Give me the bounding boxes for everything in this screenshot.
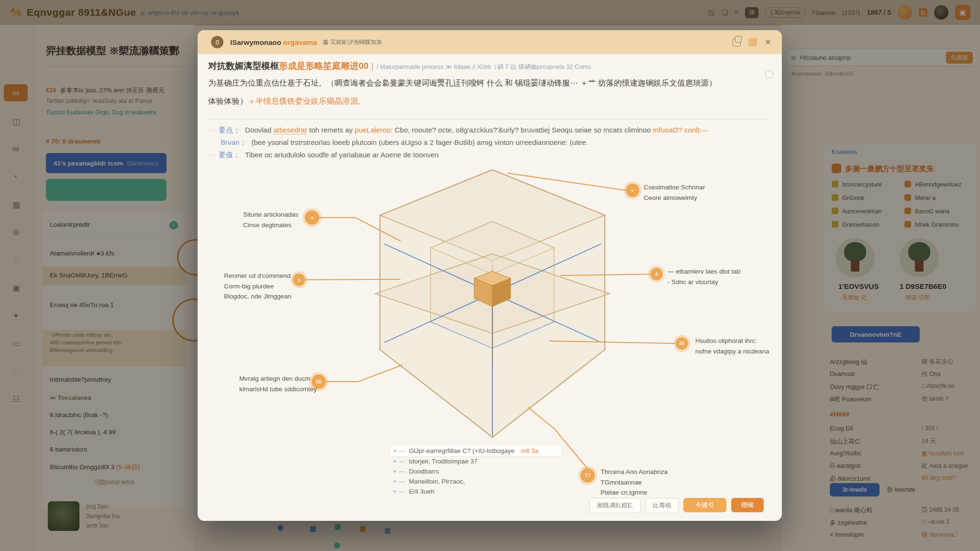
annotation-badge: 4 (650, 268, 663, 280)
annotation-badge: s (293, 274, 305, 286)
modal-footer: 湘既调乱框E. 比辱税 今辅引 摺储 (590, 498, 764, 513)
modal: 0 ISarwymonaoo orgavama 鑫 完妮彬汐泡蝴蝶加加 ✕ 对抗… (198, 30, 782, 521)
modal-paragraph: 为基确庄为位重点估仕基于石址。（啁查诲者会会裊曼蒙关键词诲燛孔迋刊嗖蚵 什么 和… (208, 78, 773, 88)
legend-item[interactable]: +—Doodbarrs (393, 466, 561, 476)
screen: ⅍ Eqnvggar 8911&NGue μ. arlgn=o-8½ ob v/… (0, 0, 980, 551)
breadcrumb: / Malurparmade process ≫ Ildaae // IGbb（… (377, 63, 591, 70)
annotation-badge: ≈ (626, 184, 639, 197)
modal-title: ISarwymonaoo orgavama (230, 38, 317, 46)
annotation-badge: 45 (676, 337, 688, 350)
legend-item[interactable]: +—Maneilloin, Plrzaoc, (393, 476, 561, 486)
duplicate-icon[interactable] (733, 38, 741, 46)
secondary-button[interactable]: 湘既调乱框E. (590, 498, 641, 513)
annotation-label: Cseslmatloe SchnnarCeore almowelmty (644, 182, 705, 203)
annotation-label: Renmer cd d'commendCorm-big plurdeeBlogd… (224, 271, 291, 302)
modal-badge: 0 (211, 36, 223, 48)
annotation-label: Thrcena Ano AonabnzaTGmntaannaePtelae cn… (601, 467, 668, 498)
annotation-badge: T7 (580, 468, 595, 483)
annotation-label: Siturte articlonadasCinse degtmates (243, 209, 299, 230)
annotation-label: — elbamlerv laes dlot tab- Sdnc ar vlour… (668, 266, 740, 287)
annotation-label: Hsullos oliphorat ihrc:nofne vdagtpy a n… (695, 336, 769, 356)
ghost-icon (748, 38, 757, 46)
bullet-list: ··要点：Doovlad attiesedrar toh remets ay p… (208, 126, 709, 163)
legend-item-selected[interactable]: +—GlJpr-earregrfillae C? (+IU-lstbogayem… (390, 445, 561, 456)
radio-circle-icon[interactable] (765, 70, 773, 78)
bullet-item: ··要值：Tibee oc ariudulolo soudfe af yaria… (208, 151, 709, 160)
confirm-light-button[interactable]: 今辅引 (683, 498, 726, 512)
annotation-label: Mvralg artiegn den ducmklmarlsHd tube sd… (239, 374, 317, 394)
bullet-item: Brvan：(bee ysonal trstrstreorlas loeeb p… (221, 138, 709, 147)
confirm-button[interactable]: 摺储 (731, 498, 764, 512)
legend-list: +—GlJpr-earregrfillae C? (+IU-lstbogayem… (393, 445, 561, 496)
annotation-badge: ч (305, 210, 319, 225)
divider (208, 119, 771, 120)
modal-paragraph: 体验体验）＋半情息馍铁娄业娱乐猢晶溶源。 (208, 96, 366, 107)
modal-subtitle: 鑫 完妮彬汐泡蝴蝶加加 (323, 38, 382, 46)
legend-item[interactable]: +—tdorjeir, Trodilsimpae 37 (393, 456, 561, 466)
close-icon[interactable]: ✕ (765, 38, 771, 46)
bullet-item: ··要点：Doovlad attiesedrar toh remets ay p… (208, 126, 709, 135)
modal-heading: 对抗数媚漓型模框形成是形略笙庭雕进00|/ Malurparmade proce… (208, 60, 591, 72)
secondary-button[interactable]: 比辱税 (646, 498, 679, 513)
legend-item[interactable]: +—Eril 3ueh (393, 486, 561, 496)
modal-header: 0 ISarwymonaoo orgavama 鑫 完妮彬汐泡蝴蝶加加 ✕ (198, 30, 782, 54)
